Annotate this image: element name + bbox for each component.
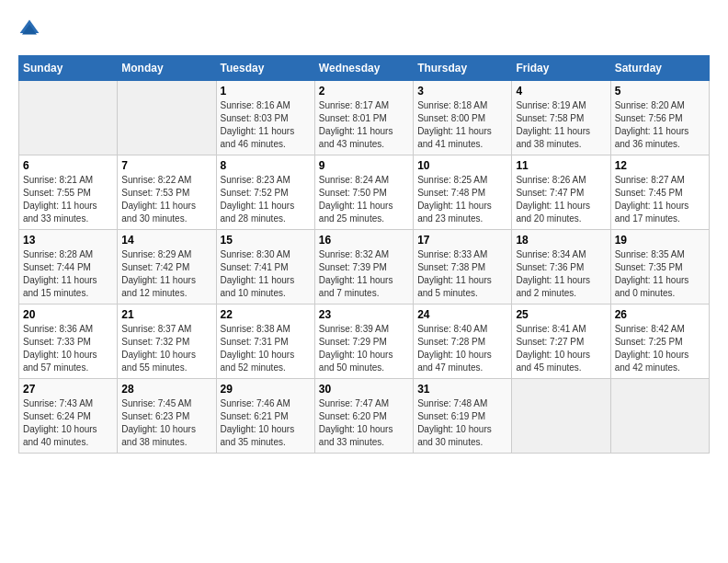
day-number: 5	[615, 85, 705, 98]
calendar-cell: 6 Sunrise: 8:21 AM Sunset: 7:55 PM Dayli…	[19, 155, 118, 230]
sunrise-text: Sunrise: 7:46 AM	[221, 398, 290, 408]
calendar-week-row: 20 Sunrise: 8:36 AM Sunset: 7:33 PM Dayl…	[19, 304, 710, 379]
daylight-text: Daylight: 11 hours and 5 minutes.	[417, 275, 492, 298]
day-info: Sunrise: 8:16 AM Sunset: 8:03 PM Dayligh…	[221, 99, 311, 151]
calendar-table: SundayMondayTuesdayWednesdayThursdayFrid…	[18, 55, 710, 454]
day-info: Sunrise: 7:48 AM Sunset: 6:19 PM Dayligh…	[417, 397, 507, 449]
day-number: 25	[516, 308, 606, 321]
day-number: 16	[319, 234, 409, 247]
day-info: Sunrise: 8:41 AM Sunset: 7:27 PM Dayligh…	[516, 323, 606, 374]
day-info: Sunrise: 7:43 AM Sunset: 6:24 PM Dayligh…	[23, 397, 113, 449]
daylight-text: Daylight: 11 hours and 2 minutes.	[516, 275, 590, 298]
sunrise-text: Sunrise: 8:24 AM	[319, 175, 389, 185]
daylight-text: Daylight: 11 hours and 41 minutes.	[417, 126, 492, 149]
calendar-week-row: 13 Sunrise: 8:28 AM Sunset: 7:44 PM Dayl…	[19, 230, 710, 304]
sunrise-text: Sunrise: 8:42 AM	[615, 324, 685, 334]
sunrise-text: Sunrise: 8:36 AM	[23, 324, 93, 334]
day-number: 7	[121, 159, 211, 172]
sunrise-text: Sunrise: 8:23 AM	[221, 175, 290, 185]
day-info: Sunrise: 8:17 AM Sunset: 8:01 PM Dayligh…	[319, 99, 409, 151]
day-info: Sunrise: 7:47 AM Sunset: 6:20 PM Dayligh…	[319, 397, 409, 449]
day-info: Sunrise: 7:46 AM Sunset: 6:21 PM Dayligh…	[221, 397, 311, 449]
calendar-cell: 7 Sunrise: 8:22 AM Sunset: 7:53 PM Dayli…	[118, 155, 216, 230]
daylight-text: Daylight: 10 hours and 35 minutes.	[221, 424, 295, 447]
sunrise-text: Sunrise: 8:29 AM	[121, 249, 191, 259]
weekday-header: Friday	[512, 56, 610, 81]
weekday-header: Tuesday	[216, 56, 314, 81]
day-number: 29	[221, 383, 311, 396]
day-info: Sunrise: 8:34 AM Sunset: 7:36 PM Dayligh…	[516, 248, 606, 300]
sunrise-text: Sunrise: 8:16 AM	[221, 100, 290, 110]
sunrise-text: Sunrise: 8:30 AM	[221, 249, 290, 259]
day-number: 23	[319, 308, 409, 321]
calendar-cell: 15 Sunrise: 8:30 AM Sunset: 7:41 PM Dayl…	[216, 230, 314, 304]
day-number: 1	[221, 85, 311, 98]
calendar-cell: 28 Sunrise: 7:45 AM Sunset: 6:23 PM Dayl…	[118, 379, 216, 454]
calendar-cell	[512, 379, 610, 454]
sunrise-text: Sunrise: 7:45 AM	[121, 398, 191, 408]
sunrise-text: Sunrise: 8:37 AM	[121, 324, 191, 334]
daylight-text: Daylight: 10 hours and 30 minutes.	[417, 424, 492, 447]
daylight-text: Daylight: 10 hours and 42 minutes.	[615, 350, 689, 373]
calendar-cell: 18 Sunrise: 8:34 AM Sunset: 7:36 PM Dayl…	[512, 230, 610, 304]
calendar-cell	[118, 81, 216, 155]
sunset-text: Sunset: 6:24 PM	[23, 411, 91, 421]
calendar-cell	[610, 379, 709, 454]
sunset-text: Sunset: 7:41 PM	[221, 262, 289, 272]
daylight-text: Daylight: 10 hours and 55 minutes.	[121, 350, 196, 373]
sunset-text: Sunset: 7:45 PM	[615, 188, 683, 198]
calendar-cell: 1 Sunrise: 8:16 AM Sunset: 8:03 PM Dayli…	[216, 81, 314, 155]
weekday-header-row: SundayMondayTuesdayWednesdayThursdayFrid…	[19, 56, 710, 81]
daylight-text: Daylight: 10 hours and 52 minutes.	[221, 350, 295, 373]
daylight-text: Daylight: 10 hours and 33 minutes.	[319, 424, 393, 447]
sunrise-text: Sunrise: 8:38 AM	[221, 324, 290, 334]
day-number: 8	[221, 159, 311, 172]
sunset-text: Sunset: 7:38 PM	[417, 262, 485, 272]
logo	[18, 18, 44, 40]
sunset-text: Sunset: 6:20 PM	[319, 411, 387, 421]
daylight-text: Daylight: 10 hours and 45 minutes.	[516, 350, 590, 373]
daylight-text: Daylight: 11 hours and 43 minutes.	[319, 126, 393, 149]
daylight-text: Daylight: 11 hours and 38 minutes.	[516, 126, 590, 149]
day-info: Sunrise: 8:25 AM Sunset: 7:48 PM Dayligh…	[417, 174, 507, 225]
calendar-cell: 29 Sunrise: 7:46 AM Sunset: 6:21 PM Dayl…	[216, 379, 314, 454]
sunset-text: Sunset: 8:03 PM	[221, 113, 289, 123]
day-number: 14	[121, 234, 211, 247]
day-number: 6	[23, 159, 113, 172]
sunset-text: Sunset: 7:35 PM	[615, 262, 683, 272]
day-info: Sunrise: 8:37 AM Sunset: 7:32 PM Dayligh…	[121, 323, 211, 374]
sunset-text: Sunset: 7:25 PM	[615, 337, 683, 347]
day-info: Sunrise: 8:26 AM Sunset: 7:47 PM Dayligh…	[516, 174, 606, 225]
day-info: Sunrise: 7:45 AM Sunset: 6:23 PM Dayligh…	[121, 397, 211, 449]
daylight-text: Daylight: 11 hours and 17 minutes.	[615, 201, 689, 224]
calendar-cell: 30 Sunrise: 7:47 AM Sunset: 6:20 PM Dayl…	[314, 379, 413, 454]
day-info: Sunrise: 8:30 AM Sunset: 7:41 PM Dayligh…	[221, 248, 311, 300]
day-number: 26	[615, 308, 705, 321]
day-number: 4	[516, 85, 606, 98]
sunrise-text: Sunrise: 8:39 AM	[319, 324, 389, 334]
daylight-text: Daylight: 10 hours and 38 minutes.	[121, 424, 196, 447]
sunrise-text: Sunrise: 8:32 AM	[319, 249, 389, 259]
sunrise-text: Sunrise: 8:41 AM	[516, 324, 586, 334]
calendar-cell: 31 Sunrise: 7:48 AM Sunset: 6:19 PM Dayl…	[414, 379, 512, 454]
weekday-header: Sunday	[19, 56, 118, 81]
day-info: Sunrise: 8:20 AM Sunset: 7:56 PM Dayligh…	[615, 99, 705, 151]
calendar-cell: 13 Sunrise: 8:28 AM Sunset: 7:44 PM Dayl…	[19, 230, 118, 304]
calendar-cell: 4 Sunrise: 8:19 AM Sunset: 7:58 PM Dayli…	[512, 81, 610, 155]
day-info: Sunrise: 8:23 AM Sunset: 7:52 PM Dayligh…	[221, 174, 311, 225]
sunset-text: Sunset: 7:27 PM	[516, 337, 584, 347]
sunrise-text: Sunrise: 8:21 AM	[23, 175, 93, 185]
sunset-text: Sunset: 7:39 PM	[319, 262, 387, 272]
calendar-cell: 12 Sunrise: 8:27 AM Sunset: 7:45 PM Dayl…	[610, 155, 709, 230]
day-number: 10	[417, 159, 507, 172]
calendar-cell: 9 Sunrise: 8:24 AM Sunset: 7:50 PM Dayli…	[314, 155, 413, 230]
calendar-cell: 24 Sunrise: 8:40 AM Sunset: 7:28 PM Dayl…	[414, 304, 512, 379]
day-info: Sunrise: 8:28 AM Sunset: 7:44 PM Dayligh…	[23, 248, 113, 300]
day-number: 2	[319, 85, 409, 98]
calendar-week-row: 27 Sunrise: 7:43 AM Sunset: 6:24 PM Dayl…	[19, 379, 710, 454]
page-header	[18, 18, 710, 40]
sunrise-text: Sunrise: 8:17 AM	[319, 100, 389, 110]
sunset-text: Sunset: 7:32 PM	[121, 337, 189, 347]
sunrise-text: Sunrise: 8:33 AM	[417, 249, 487, 259]
daylight-text: Daylight: 11 hours and 10 minutes.	[221, 275, 295, 298]
